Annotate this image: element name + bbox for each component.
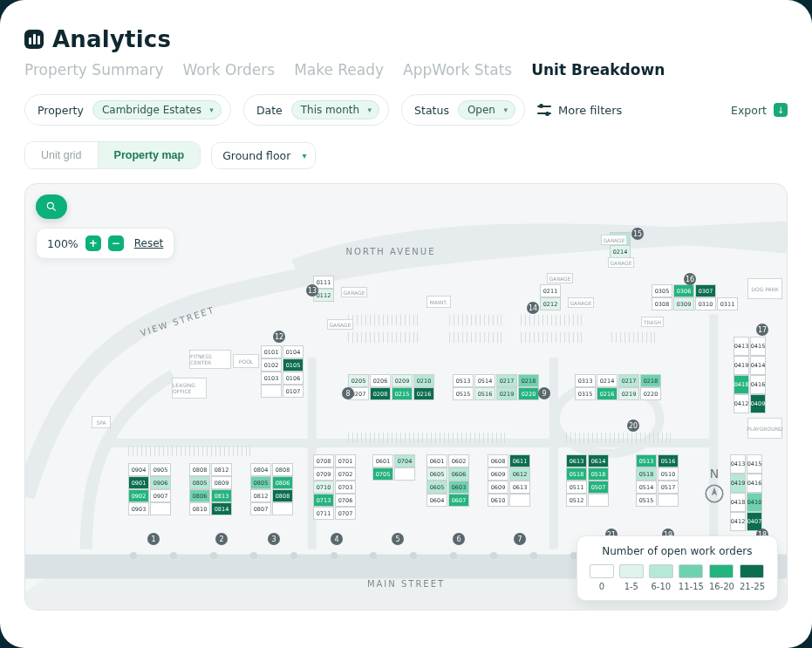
unit-cell[interactable]: 0805 <box>250 476 271 489</box>
unit-cell[interactable]: 0613 <box>566 454 587 467</box>
unit-cell[interactable]: 0313 <box>575 374 596 387</box>
unit-cell[interactable]: 0212 <box>540 297 561 310</box>
tab-appwork-stats[interactable]: AppWork Stats <box>403 61 512 78</box>
building-badge[interactable]: 2 <box>215 533 228 545</box>
filter-property[interactable]: Property Cambridge Estates <box>24 94 231 126</box>
unit-cell[interactable]: 0308 <box>652 297 672 310</box>
unit-cell[interactable]: 0102 <box>261 358 282 372</box>
unit-cell[interactable]: 0901 <box>128 476 149 489</box>
floor-select[interactable]: Ground floor <box>211 142 316 169</box>
unit-cell[interactable]: 0613 <box>509 481 530 494</box>
building-badge[interactable]: 13 <box>306 284 318 297</box>
unit-cell[interactable]: 0808 <box>272 463 293 476</box>
unit-cell[interactable]: 0514 <box>474 374 495 387</box>
building-badge[interactable]: 12 <box>273 331 285 343</box>
unit-cell[interactable]: 0410 <box>747 493 762 512</box>
unit-cell[interactable]: 0101 <box>261 345 282 358</box>
unit-cell[interactable]: 0602 <box>448 454 469 467</box>
unit-cell[interactable]: 0315 <box>575 387 596 400</box>
unit-cell[interactable]: 0601 <box>426 454 447 467</box>
unit-cell[interactable]: 0217 <box>496 374 517 387</box>
unit-cell[interactable]: 0220 <box>640 387 661 400</box>
building-badge[interactable]: 20 <box>627 419 639 432</box>
unit-cell[interactable]: 0902 <box>128 489 149 502</box>
unit-cell[interactable]: 0814 <box>211 502 232 515</box>
unit-cell[interactable]: 0211 <box>540 284 561 297</box>
unit-cell[interactable]: 0703 <box>335 481 356 494</box>
unit-cell[interactable]: 0412 <box>734 394 749 413</box>
unit-cell[interactable]: 0604 <box>426 494 447 507</box>
unit-cell[interactable]: 0309 <box>673 297 694 310</box>
unit-cell[interactable]: 0413 <box>734 337 749 356</box>
unit-cell[interactable]: 0209 <box>392 374 413 387</box>
unit-cell[interactable]: 0905 <box>150 463 171 476</box>
unit-cell[interactable]: 0707 <box>335 507 356 520</box>
building-badge[interactable]: 4 <box>331 533 343 545</box>
unit-cell[interactable]: 0105 <box>283 358 304 372</box>
unit-cell[interactable]: 0418 <box>730 493 746 512</box>
unit-cell[interactable]: 0205 <box>348 374 369 387</box>
unit-cell[interactable]: 0218 <box>518 374 539 387</box>
unit-cell[interactable]: 0210 <box>413 374 434 387</box>
unit-cell[interactable]: 0214 <box>610 245 631 258</box>
unit-cell[interactable]: 0710 <box>313 481 334 494</box>
unit-cell[interactable]: 0310 <box>695 297 716 310</box>
filter-status[interactable]: Status Open <box>401 94 525 126</box>
unit-cell[interactable]: 0208 <box>370 387 391 400</box>
tab-work-orders[interactable]: Work Orders <box>183 61 276 78</box>
unit-cell[interactable]: 0609 <box>488 467 508 481</box>
unit-cell[interactable]: 0614 <box>588 454 609 467</box>
unit-cell[interactable]: 0713 <box>313 494 334 507</box>
unit-cell[interactable]: 0608 <box>488 454 508 467</box>
unit-cell[interactable]: 0514 <box>636 481 657 494</box>
unit-cell[interactable]: 0215 <box>392 387 413 400</box>
unit-cell[interactable]: 0513 <box>453 374 474 387</box>
unit-cell[interactable]: 0409 <box>750 394 766 413</box>
unit-cell[interactable]: 0806 <box>189 489 210 502</box>
unit-cell[interactable]: 0415 <box>747 454 762 474</box>
building-badge[interactable]: 7 <box>514 533 526 545</box>
building-badge[interactable]: 17 <box>756 324 768 336</box>
unit-cell[interactable] <box>509 494 530 507</box>
unit-cell[interactable]: 0810 <box>189 502 210 515</box>
building-badge[interactable]: 8 <box>342 387 354 399</box>
unit-cell[interactable]: 0808 <box>189 463 210 476</box>
property-map[interactable]: 100% + − Reset MAIN STREET NORTH AVENUE … <box>24 183 788 610</box>
unit-cell[interactable]: 0418 <box>734 375 749 394</box>
unit-cell[interactable]: 0709 <box>313 467 334 481</box>
unit-cell[interactable]: 0219 <box>618 387 639 400</box>
unit-cell[interactable] <box>150 502 171 515</box>
unit-cell[interactable]: 0805 <box>189 476 210 489</box>
unit-cell[interactable]: 0416 <box>750 375 766 394</box>
unit-cell[interactable]: 0311 <box>717 297 738 310</box>
unit-cell[interactable]: 0510 <box>658 467 679 481</box>
export-button[interactable]: Export ↓ <box>731 103 788 117</box>
unit-cell[interactable]: 0601 <box>372 454 393 467</box>
unit-cell[interactable]: 0603 <box>448 481 469 494</box>
building-badge[interactable]: 16 <box>684 273 696 285</box>
unit-cell[interactable]: 0415 <box>750 337 766 356</box>
unit-cell[interactable]: 0104 <box>283 345 304 358</box>
unit-cell[interactable]: 0416 <box>747 474 762 493</box>
building-badge[interactable]: 9 <box>538 387 550 399</box>
unit-cell[interactable]: 0704 <box>394 454 415 467</box>
unit-cell[interactable]: 0216 <box>597 387 618 400</box>
unit-cell[interactable]: 0216 <box>413 387 434 400</box>
unit-cell[interactable]: 0706 <box>335 494 356 507</box>
tab-property-summary[interactable]: Property Summary <box>24 61 164 78</box>
unit-cell[interactable]: 0305 <box>652 284 672 297</box>
zoom-in-button[interactable]: + <box>85 235 101 251</box>
unit-cell[interactable]: 0306 <box>673 284 694 297</box>
unit-cell[interactable]: 0907 <box>150 489 171 502</box>
building-badge[interactable]: 1 <box>147 533 160 545</box>
view-property-map[interactable]: Property map <box>98 142 201 168</box>
view-unit-grid[interactable]: Unit grid <box>25 142 98 168</box>
unit-cell[interactable]: 0103 <box>261 372 282 385</box>
unit-cell[interactable]: 0607 <box>448 494 469 507</box>
unit-cell[interactable]: 0705 <box>372 467 393 481</box>
unit-cell[interactable]: 0806 <box>272 476 293 489</box>
zoom-out-button[interactable]: − <box>108 235 124 251</box>
unit-cell[interactable]: 0516 <box>658 454 679 467</box>
unit-cell[interactable]: 0515 <box>453 387 474 400</box>
unit-cell[interactable]: 0412 <box>730 512 746 531</box>
